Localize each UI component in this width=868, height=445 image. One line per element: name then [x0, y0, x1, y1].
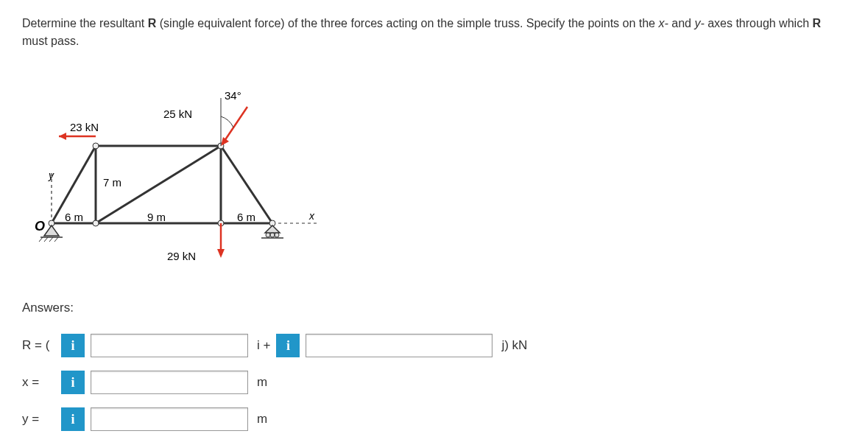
svg-point-31: [275, 233, 279, 237]
svg-marker-22: [44, 225, 59, 236]
svg-marker-16: [59, 133, 66, 140]
r-j-input[interactable]: [306, 334, 493, 357]
svg-point-10: [93, 220, 99, 226]
dim-9m-label: 9 m: [147, 211, 166, 223]
svg-point-29: [266, 233, 270, 237]
truss-diagram: y x: [22, 72, 331, 278]
svg-point-13: [93, 143, 99, 149]
svg-line-17: [223, 107, 247, 143]
x-axis-label: x: [308, 210, 315, 222]
r-unit-label: j) kN: [501, 338, 527, 353]
info-icon[interactable]: i: [276, 334, 300, 357]
answer-row-r: R = ( i i + i j) kN: [22, 334, 846, 357]
force-23-label: 23 kN: [70, 121, 99, 133]
y-axis-label: y: [48, 169, 54, 181]
dim-6m-left-label: 6 m: [65, 211, 83, 223]
svg-line-25: [44, 237, 48, 242]
x-unit-label: m: [257, 375, 267, 390]
answer-row-x: x = i m: [22, 371, 846, 394]
svg-marker-21: [217, 249, 225, 258]
info-icon[interactable]: i: [61, 371, 85, 394]
svg-marker-28: [265, 225, 280, 233]
dim-6m-right-label: 6 m: [237, 211, 255, 223]
svg-marker-18: [221, 137, 229, 146]
answer-row-y: y = i m: [22, 407, 846, 431]
y-unit-label: m: [257, 412, 267, 427]
info-icon[interactable]: i: [61, 407, 85, 431]
x-input[interactable]: [91, 371, 248, 394]
y-label: y =: [22, 412, 55, 427]
x-label: x =: [22, 375, 55, 390]
svg-line-26: [49, 237, 53, 242]
y-input[interactable]: [91, 407, 248, 431]
dim-7m-label: 7 m: [103, 176, 121, 189]
angle-label: 34°: [225, 89, 241, 102]
answers-header: Answers:: [22, 301, 846, 315]
force-25-label: 25 kN: [163, 108, 192, 120]
force-29-label: 29 kN: [167, 250, 196, 262]
r-mid-label: i +: [257, 338, 270, 353]
svg-point-30: [270, 233, 275, 237]
origin-label: O: [35, 219, 45, 234]
r-label: R = (: [22, 338, 55, 353]
svg-line-27: [54, 237, 58, 242]
info-icon[interactable]: i: [61, 334, 85, 357]
svg-line-24: [39, 237, 43, 242]
r-i-input[interactable]: [91, 334, 248, 357]
problem-statement: Determine the resultant R (single equiva…: [22, 15, 846, 50]
